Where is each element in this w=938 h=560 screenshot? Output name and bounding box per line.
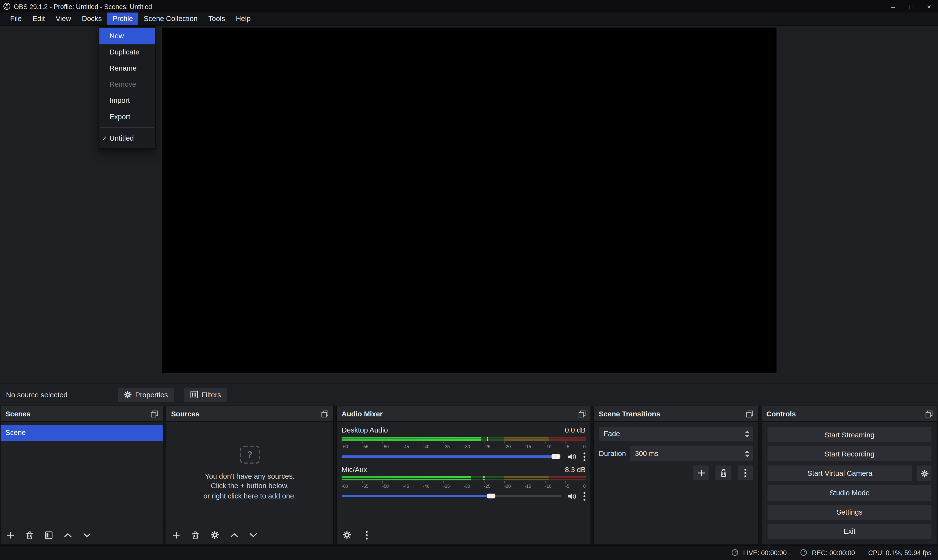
speaker-icon[interactable] [568,452,577,460]
volume-slider-handle[interactable] [551,454,560,459]
close-button[interactable]: × [920,0,938,12]
scenes-panel-header: Scenes [0,406,163,422]
audio-level-meter [342,437,586,441]
transition-menu-dots-icon[interactable] [738,466,753,480]
mixer-channel-mic-aux: Mic/Aux -8.3 dB -60-55-50-45-40-35-30-25… [342,466,586,501]
menu-file[interactable]: File [5,12,27,25]
channel-menu-dots-icon[interactable] [583,452,586,461]
menu-scene-collection[interactable]: Scene Collection [138,12,203,25]
menu-docks[interactable]: Docks [77,12,107,25]
duration-spinbox[interactable]: 300 ms [630,446,753,461]
channel-name: Desktop Audio [342,426,388,434]
meter-tick-marks [342,442,586,443]
advanced-audio-properties-button[interactable] [343,531,351,539]
scenes-panel: Scenes Scene [0,406,163,545]
audio-mixer-header: Audio Mixer [337,406,590,422]
mixer-menu-dots-icon[interactable] [365,531,368,540]
profile-menu-export[interactable]: Export [99,109,155,125]
controls-panel: Controls Start Streaming Start Recording… [761,406,938,545]
sources-list[interactable]: ? You don't have any sources. Click the … [166,422,333,525]
channel-menu-dots-icon[interactable] [583,492,586,501]
profile-menu-untitled-label: Untitled [109,134,134,142]
remove-source-button[interactable] [191,531,199,539]
profile-menu-duplicate[interactable]: Duplicate [99,44,155,60]
channel-name: Mic/Aux [342,466,367,474]
sources-panel: Sources ? You don't have any sources. Cl… [166,406,334,545]
start-virtual-camera-button[interactable]: Start Virtual Camera [767,466,912,482]
channel-db-value: 0.0 dB [565,426,586,434]
remove-scene-button[interactable] [26,531,34,539]
obs-logo-icon [3,2,11,10]
gear-icon [124,391,132,398]
app-window: OBS 29.1.2 - Profile: Untitled - Scenes:… [0,0,938,560]
add-scene-button[interactable] [6,531,14,539]
live-time-text: LIVE: 00:00:00 [743,549,787,556]
menu-tools[interactable]: Tools [203,12,231,25]
sources-panel-title: Sources [171,409,199,418]
virtual-camera-settings-button[interactable] [917,466,932,482]
statusbar: LIVE: 00:00:00 REC: 00:00:00 CPU: 0.1%, … [0,545,938,560]
live-status: LIVE: 00:00:00 [731,548,787,557]
move-scene-up-button[interactable] [64,532,72,537]
filters-button[interactable]: Filters [184,387,227,402]
sources-panel-header: Sources [166,406,333,422]
popout-icon[interactable] [151,410,158,417]
volume-slider[interactable] [342,491,561,501]
profile-menu-remove: Remove [99,77,155,93]
menu-help[interactable]: Help [230,12,256,25]
profile-menu-untitled[interactable]: ✓ Untitled [99,131,155,146]
channel-db-value: -8.3 dB [562,466,586,474]
settings-button[interactable]: Settings [767,505,932,520]
window-title: OBS 29.1.2 - Profile: Untitled - Scenes:… [14,3,152,10]
move-scene-down-button[interactable] [83,532,91,537]
properties-button[interactable]: Properties [118,387,174,402]
controls-panel-title: Controls [766,409,796,418]
start-recording-button[interactable]: Start Recording [767,446,932,462]
volume-slider-handle[interactable] [487,494,495,498]
profile-menu-new[interactable]: New [99,28,155,44]
scene-filters-button[interactable] [45,531,53,539]
menu-edit[interactable]: Edit [27,12,50,25]
scenes-toolbar [0,525,163,545]
maximize-button[interactable]: □ [902,0,920,12]
popout-icon[interactable] [746,410,753,417]
studio-mode-button[interactable]: Studio Mode [767,486,932,501]
menu-profile[interactable]: Profile [107,12,138,25]
menu-view[interactable]: View [50,12,77,25]
add-source-button[interactable] [172,531,180,539]
audio-mixer-body: Desktop Audio 0.0 dB -60-55-50-45-40-35-… [337,422,590,525]
preview-canvas[interactable] [162,28,777,373]
scene-list-item[interactable]: Scene [0,425,163,441]
cpu-fps-text: CPU: 0.1%, 59.94 fps [868,549,932,556]
spinbox-arrows-icon[interactable] [745,450,750,457]
titlebar: OBS 29.1.2 - Profile: Untitled - Scenes:… [0,0,938,12]
audio-mixer-panel: Audio Mixer Desktop Audio 0.0 dB [336,406,591,545]
sources-empty-line2: Click the + button below, [211,481,289,491]
speaker-icon[interactable] [568,492,577,500]
duration-label: Duration [599,449,626,458]
add-transition-button[interactable] [693,466,709,480]
source-properties-button[interactable] [211,531,219,539]
audio-mixer-toolbar [337,525,590,545]
start-streaming-button[interactable]: Start Streaming [767,427,932,442]
controls-body: Start Streaming Start Recording Start Vi… [762,422,938,545]
volume-slider[interactable] [342,452,561,462]
scenes-list: Scene [0,422,163,525]
transitions-body: Fade Duration 300 ms [594,422,758,545]
profile-menu-rename[interactable]: Rename [99,60,155,77]
exit-button[interactable]: Exit [767,524,932,539]
duration-value: 300 ms [635,449,658,458]
popout-icon[interactable] [321,410,328,417]
profile-menu: New Duplicate Rename Remove Import Expor… [99,26,156,149]
minimize-button[interactable]: – [884,0,902,12]
audio-level-meter [342,476,586,480]
profile-menu-import[interactable]: Import [99,93,155,109]
popout-icon[interactable] [579,410,586,417]
filters-button-label: Filters [201,390,221,398]
popout-icon[interactable] [926,410,933,417]
transition-select[interactable]: Fade [599,427,753,441]
move-source-up-button[interactable] [230,532,238,537]
move-source-down-button[interactable] [250,532,257,537]
stream-gauge-icon [731,548,739,557]
remove-transition-button[interactable] [715,466,731,480]
